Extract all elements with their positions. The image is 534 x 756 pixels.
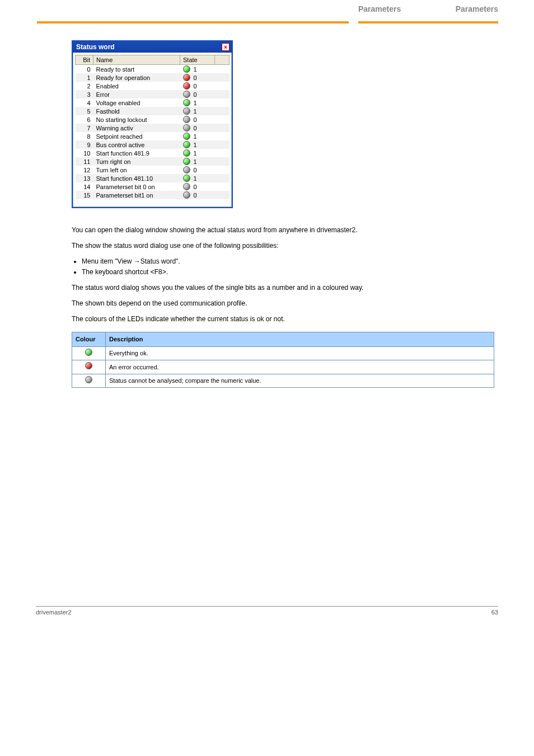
legend-led-cell [72,346,106,360]
status-word-titlebar[interactable]: Status word × [73,41,232,53]
status-led-icon [183,99,190,106]
status-led-icon [183,74,190,81]
status-led-icon [183,149,190,157]
bit-state: 1 [180,132,215,140]
page-header: Parameters Parameters [0,0,534,25]
page-footer: drivemaster2 63 [36,606,498,616]
bit-number: 15 [76,191,93,199]
body-text: You can open the dialog window showing t… [72,225,497,388]
paragraph: The colours of the LEDs indicate whether… [72,314,497,324]
footer-right: 63 [491,609,498,616]
bit-number: 4 [76,98,93,107]
bit-number: 9 [76,140,93,149]
status-led-icon [183,107,190,115]
table-row: 8Setpoint reached1 [76,132,229,140]
bit-number: 6 [76,115,93,124]
section-title: Parameters [456,4,498,13]
bit-state: 0 [180,82,215,90]
bit-number: 13 [76,174,93,182]
status-led-icon [85,376,92,383]
list-item: The keyboard shortcut <F8>. [82,267,497,277]
status-led-icon [183,91,190,98]
bit-value: 0 [194,192,197,199]
table-row: 7Warning activ0 [76,124,229,132]
table-row: 10Start function 481.91 [76,149,229,157]
bit-name: No starting lockout [93,115,180,124]
bit-name: Turn left on [93,166,180,174]
bit-value: 1 [194,66,197,73]
bit-name: Ready to start [93,65,180,74]
bit-value: 1 [194,133,197,140]
status-led-icon [85,362,92,369]
paragraph: The shown bits depend on the used commun… [72,298,497,308]
bit-state: 1 [180,149,215,157]
bit-value: 1 [194,158,197,165]
bit-name: Bus control active [93,140,180,149]
bit-name: Error [93,90,180,98]
table-row: 2Enabled0 [76,82,229,90]
bit-value: 1 [194,100,197,106]
table-row: 5Fasthold1 [76,107,229,115]
bit-number: 11 [76,157,93,166]
table-row: 12Turn left on0 [76,166,229,174]
status-led-icon [183,82,190,90]
bit-value: 0 [194,125,197,132]
legend-col-desc: Description [106,332,494,347]
bit-value: 1 [194,108,197,115]
table-row: 4Voltage enabled1 [76,98,229,107]
bit-name: Enabled [93,82,180,90]
status-led-icon [183,183,190,190]
bit-name: Start function 481.9 [93,149,180,157]
table-row: 13Start function 481.101 [76,174,229,182]
paragraph: The status word dialog shows you the val… [72,283,497,293]
status-word-table: Bit Name State 0Ready to start11Ready fo… [75,55,229,199]
bit-value: 0 [194,167,197,173]
bit-state: 1 [180,98,215,107]
status-led-icon [183,191,190,199]
table-row: 6No starting lockout0 [76,115,229,124]
table-row: 3Error0 [76,90,229,98]
bit-number: 3 [76,90,93,98]
bit-state: 1 [180,65,215,74]
col-bit: Bit [76,55,93,65]
status-word-title: Status word [76,43,115,51]
bit-value: 0 [194,184,197,190]
bit-name: Fasthold [93,107,180,115]
table-row: 1Ready for operation0 [76,73,229,82]
bit-value: 1 [194,150,197,157]
col-name: Name [93,55,180,65]
table-row: 11Turn right on1 [76,157,229,166]
bit-state: 1 [180,107,215,115]
header-rule-left [37,21,349,24]
paragraph: The show the status word dialog use one … [72,241,497,251]
bit-name: Ready for operation [93,73,180,82]
bit-number: 7 [76,124,93,132]
bit-number: 5 [76,107,93,115]
bit-value: 1 [194,175,197,182]
bit-name: Setpoint reached [93,132,180,140]
legend-col-color: Colour [72,332,106,347]
legend-desc: An error occurred. [106,360,494,374]
bit-state: 0 [180,166,215,174]
bit-name: Parameterset bit 0 on [93,182,180,191]
status-word-window: Status word × Bit Name State 0Ready to s… [72,40,233,208]
status-led-icon [183,133,190,140]
status-led-icon [183,158,190,165]
status-led-icon [183,141,190,148]
bit-state: 0 [180,115,215,124]
bit-value: 0 [194,74,197,81]
table-row: 15Parameterset bit1 on0 [76,191,229,199]
color-legend-table: Colour Description Everything ok.An erro… [72,332,494,388]
table-row: 0Ready to start1 [76,65,229,74]
bit-value: 1 [194,142,197,148]
legend-desc: Everything ok. [106,346,494,360]
table-row: An error occurred. [72,360,494,374]
bit-name: Parameterset bit1 on [93,191,180,199]
bit-state: 0 [180,124,215,132]
status-led-icon [183,175,190,182]
footer-left: drivemaster2 [36,609,72,616]
bit-name: Start function 481.10 [93,174,180,182]
close-icon[interactable]: × [222,43,229,51]
legend-led-cell [72,374,106,388]
bit-value: 0 [194,116,197,123]
